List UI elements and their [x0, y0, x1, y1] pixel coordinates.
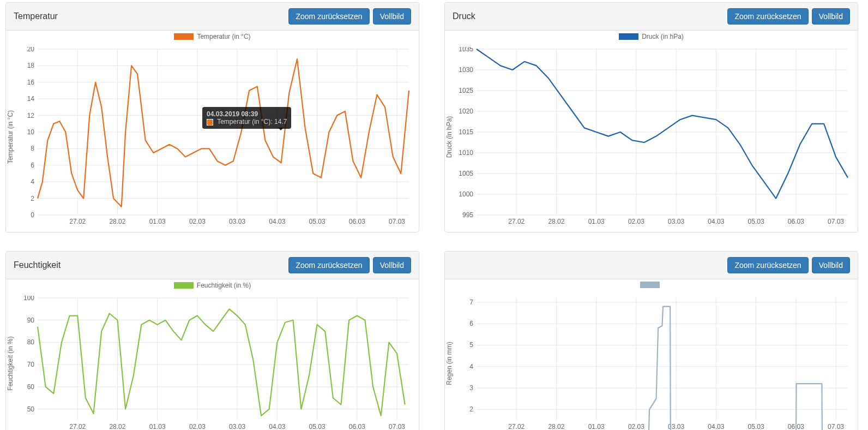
svg-text:01.03: 01.03 — [588, 423, 605, 430]
svg-text:03.03: 03.03 — [229, 218, 245, 225]
panel-rain: Zoom zurücksetzen Vollbild Regen (in mm)… — [444, 251, 858, 430]
svg-text:01.03: 01.03 — [149, 423, 166, 430]
svg-text:5: 5 — [469, 341, 473, 349]
chart-body-temperature: Temperatur (in °C) Temperatur (in °C) 02… — [6, 31, 419, 232]
chart-svg-temperature[interactable]: 0246810121416182027.0228.0201.0302.0303.… — [11, 47, 413, 227]
svg-text:05.03: 05.03 — [309, 218, 326, 225]
svg-text:1005: 1005 — [459, 170, 473, 177]
zoom-reset-button[interactable]: Zoom zurücksetzen — [727, 8, 808, 25]
y-label-pressure: Druck (in hPa) — [445, 116, 453, 158]
legend-label-pressure: Druck (in hPa) — [642, 33, 684, 40]
fullscreen-button[interactable]: Vollbild — [812, 8, 850, 25]
chart-svg-rain[interactable]: 23456727.0228.0201.0302.0303.0304.0305.0… — [450, 296, 852, 430]
legend-swatch-temperature — [174, 33, 194, 40]
svg-text:1030: 1030 — [459, 66, 473, 74]
svg-text:07.03: 07.03 — [389, 423, 405, 430]
legend-humidity: Feuchtigkeit (in %) — [6, 279, 419, 290]
svg-text:995: 995 — [462, 211, 473, 219]
svg-text:02.03: 02.03 — [628, 423, 644, 430]
zoom-reset-button[interactable]: Zoom zurücksetzen — [288, 8, 369, 25]
svg-text:18: 18 — [27, 62, 35, 69]
panel-pressure: Druck Zoom zurücksetzen Vollbild Druck (… — [444, 2, 858, 232]
fullscreen-button[interactable]: Vollbild — [812, 257, 850, 273]
svg-text:05.03: 05.03 — [748, 423, 764, 430]
svg-text:02.03: 02.03 — [189, 423, 206, 430]
chart-svg-pressure[interactable]: 9951000100510101015102010251030103527.02… — [450, 47, 852, 227]
svg-text:14: 14 — [27, 95, 35, 103]
svg-text:04.03: 04.03 — [269, 218, 285, 225]
y-label-temperature: Temperatur (in °C) — [7, 110, 14, 163]
panel-title-temperature: Temperatur — [14, 11, 58, 21]
legend-label-temperature: Temperatur (in °C) — [197, 33, 250, 40]
chart-body-pressure: Druck (in hPa) Druck (in hPa) 9951000100… — [445, 31, 858, 232]
svg-text:27.02: 27.02 — [69, 218, 86, 225]
panel-header-humidity: Feuchtigkeit Zoom zurücksetzen Vollbild — [6, 252, 419, 279]
tooltip-value: 14.7 — [274, 118, 287, 126]
tooltip-swatch — [207, 119, 213, 126]
legend-label-humidity: Feuchtigkeit (in %) — [197, 282, 251, 289]
svg-text:06.03: 06.03 — [349, 423, 365, 430]
svg-text:05.03: 05.03 — [309, 423, 326, 430]
svg-text:100: 100 — [23, 296, 34, 302]
svg-text:50: 50 — [27, 405, 35, 413]
zoom-reset-button[interactable]: Zoom zurücksetzen — [288, 257, 369, 273]
svg-text:2: 2 — [469, 405, 473, 413]
svg-text:03.03: 03.03 — [668, 218, 684, 225]
legend-rain — [445, 279, 858, 289]
tooltip-time: 04.03.2019 08:39 — [207, 110, 258, 118]
svg-text:10: 10 — [27, 128, 35, 136]
svg-text:04.03: 04.03 — [269, 423, 285, 430]
chart-svg-humidity[interactable]: 506070809010027.0228.0201.0302.0303.0304… — [11, 296, 413, 430]
svg-text:04.03: 04.03 — [708, 218, 724, 225]
svg-text:1010: 1010 — [459, 149, 473, 157]
svg-text:8: 8 — [31, 145, 34, 152]
svg-text:01.03: 01.03 — [588, 218, 605, 225]
panel-title-pressure: Druck — [453, 11, 475, 21]
panel-title-humidity: Feuchtigkeit — [14, 260, 61, 270]
svg-text:0: 0 — [31, 211, 34, 219]
tooltip-temperature: 04.03.2019 08:39 Temperatur (in °C): 14.… — [202, 107, 291, 129]
svg-text:90: 90 — [27, 316, 35, 324]
svg-text:07.03: 07.03 — [828, 218, 844, 225]
svg-text:6: 6 — [31, 162, 34, 169]
svg-text:07.03: 07.03 — [828, 423, 844, 430]
legend-swatch-pressure — [619, 33, 638, 40]
tooltip-label: Temperatur (in °C) — [217, 118, 270, 126]
svg-text:7: 7 — [469, 298, 473, 306]
svg-text:20: 20 — [27, 47, 35, 53]
legend-swatch-rain — [640, 282, 660, 288]
svg-text:04.03: 04.03 — [708, 423, 724, 430]
svg-text:28.02: 28.02 — [548, 218, 564, 225]
svg-text:1000: 1000 — [459, 190, 473, 198]
svg-text:27.02: 27.02 — [508, 423, 525, 430]
svg-text:03.03: 03.03 — [229, 423, 245, 430]
svg-text:05.03: 05.03 — [748, 218, 764, 225]
svg-text:07.03: 07.03 — [389, 218, 405, 225]
svg-text:06.03: 06.03 — [349, 218, 365, 225]
panel-temperature: Temperatur Zoom zurücksetzen Vollbild Te… — [5, 2, 419, 232]
panel-humidity: Feuchtigkeit Zoom zurücksetzen Vollbild … — [5, 251, 419, 430]
svg-text:01.03: 01.03 — [149, 218, 166, 225]
svg-text:02.03: 02.03 — [189, 218, 206, 225]
svg-text:02.03: 02.03 — [628, 218, 644, 225]
legend-pressure: Druck (in hPa) — [445, 31, 858, 41]
svg-text:2: 2 — [31, 195, 34, 202]
svg-text:80: 80 — [27, 338, 35, 346]
svg-text:1035: 1035 — [459, 47, 473, 53]
svg-text:60: 60 — [27, 383, 35, 391]
panel-header-pressure: Druck Zoom zurücksetzen Vollbild — [445, 3, 858, 31]
panel-buttons-humidity: Zoom zurücksetzen Vollbild — [288, 257, 411, 273]
fullscreen-button[interactable]: Vollbild — [373, 8, 411, 25]
fullscreen-button[interactable]: Vollbild — [373, 257, 411, 273]
svg-text:1015: 1015 — [459, 128, 473, 136]
svg-text:70: 70 — [27, 361, 35, 368]
panel-header-rain: Zoom zurücksetzen Vollbild — [445, 252, 858, 279]
chart-body-rain: Regen (in mm) 23456727.0228.0201.0302.03… — [445, 279, 858, 430]
svg-text:06.03: 06.03 — [788, 218, 804, 225]
svg-text:1025: 1025 — [459, 87, 473, 94]
panel-buttons-rain: Zoom zurücksetzen Vollbild — [727, 257, 850, 273]
zoom-reset-button[interactable]: Zoom zurücksetzen — [727, 257, 808, 273]
svg-text:1020: 1020 — [459, 108, 473, 115]
svg-text:6: 6 — [469, 320, 473, 327]
svg-text:28.02: 28.02 — [548, 423, 564, 430]
